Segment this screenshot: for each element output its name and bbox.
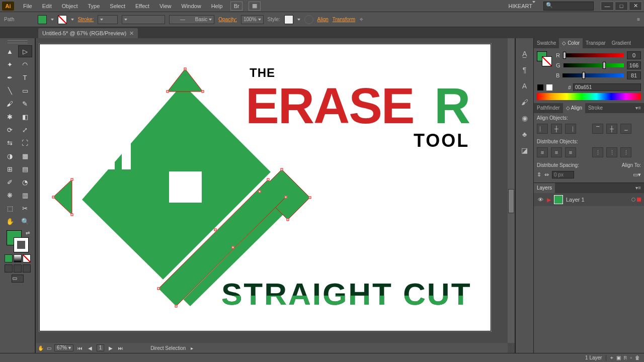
stroke-label[interactable]: Stroke:: [78, 17, 94, 22]
menu-view[interactable]: View: [154, 0, 177, 12]
close-tab-button[interactable]: ✕: [129, 30, 134, 37]
delete-layer-button[interactable]: 🗑: [635, 355, 640, 360]
panel-menu-icon[interactable]: ▾≡: [632, 183, 644, 193]
slice-tool[interactable]: ✂: [18, 202, 32, 214]
width-tool[interactable]: ⇆: [3, 137, 17, 149]
panel-stroke-swatch[interactable]: [542, 56, 552, 66]
swap-fill-stroke-icon[interactable]: ⇄: [26, 230, 30, 236]
selection-tool[interactable]: ▲: [3, 45, 17, 57]
align-top-button[interactable]: ⎺: [592, 124, 603, 134]
new-layer-button[interactable]: ▫: [630, 355, 632, 360]
g-slider[interactable]: [564, 63, 624, 67]
tab-layers[interactable]: Layers: [534, 183, 555, 193]
anchor-point[interactable]: [175, 305, 178, 308]
draw-behind-button[interactable]: [14, 264, 22, 273]
perspective-tool[interactable]: ▦: [18, 150, 32, 162]
type-tool[interactable]: T: [18, 71, 32, 83]
anchor-point[interactable]: [202, 90, 204, 93]
window-close-button[interactable]: ✕: [629, 2, 642, 11]
appearance-panel-icon[interactable]: ◉: [519, 113, 530, 124]
menu-window[interactable]: Window: [177, 0, 206, 12]
none-mode-button[interactable]: [23, 254, 31, 262]
visibility-toggle[interactable]: 👁: [537, 197, 544, 203]
anchor-point[interactable]: [285, 196, 287, 199]
menu-edit[interactable]: Edit: [37, 0, 57, 12]
artboard[interactable]: THE ERASE R TOOL STRAIGHT CUT STRAIGHT C…: [39, 43, 492, 332]
last-artboard-button[interactable]: ⏭: [117, 345, 124, 351]
artboard-number[interactable]: 1: [97, 344, 105, 351]
stroke-color[interactable]: [14, 237, 29, 252]
dist-vcenter-button[interactable]: ≡: [551, 147, 562, 157]
locate-object-button[interactable]: ⌖: [610, 355, 613, 361]
b-slider[interactable]: [562, 73, 624, 77]
window-maximize-button[interactable]: □: [615, 2, 628, 11]
tab-align[interactable]: ◇ Align: [563, 103, 585, 113]
opacity-dropdown[interactable]: 100%: [241, 15, 264, 24]
layer-row[interactable]: 👁 ▶ Layer 1: [534, 193, 644, 206]
anchor-point[interactable]: [309, 197, 311, 199]
anchor-point[interactable]: [71, 214, 73, 216]
transform-link[interactable]: Transform: [333, 17, 355, 22]
spacing-input[interactable]: [552, 171, 574, 178]
hex-input[interactable]: [573, 83, 641, 91]
anchor-point[interactable]: [167, 90, 169, 93]
make-clipping-mask-button[interactable]: ▣: [616, 355, 621, 360]
draw-inside-button[interactable]: [23, 264, 31, 273]
direct-selection-tool[interactable]: ▷: [18, 45, 32, 57]
menu-help[interactable]: Help: [206, 0, 228, 12]
mesh-tool[interactable]: ⊞: [3, 163, 17, 175]
zoom-tool[interactable]: 🔍: [18, 215, 32, 227]
align-hcenter-button[interactable]: ┼: [551, 124, 562, 134]
user-menu[interactable]: HIKEART: [504, 0, 540, 12]
spectrum-bar[interactable]: [537, 93, 641, 100]
brush-definition-dropdown[interactable]: —Basic: [169, 15, 214, 24]
paragraph-panel-icon[interactable]: ¶: [519, 64, 530, 75]
search-input[interactable]: 🔍: [543, 2, 594, 11]
dist-left-button[interactable]: ⋮: [592, 147, 603, 157]
panel-menu-icon[interactable]: ▾≡: [632, 103, 644, 113]
menu-select[interactable]: Select: [105, 0, 130, 12]
arrange-docs-button[interactable]: ▦: [249, 2, 261, 11]
dist-right-button[interactable]: ⋮: [620, 147, 631, 157]
tab-color[interactable]: ◇ Color: [559, 38, 583, 48]
g-value[interactable]: 166: [627, 61, 641, 69]
chevron-down-icon[interactable]: [51, 19, 54, 21]
white-swatch[interactable]: [546, 84, 553, 91]
align-to-dropdown[interactable]: ▭▾: [633, 171, 641, 178]
line-tool[interactable]: ╲: [3, 84, 17, 97]
style-swatch[interactable]: [284, 15, 293, 24]
gradient-mode-button[interactable]: [14, 254, 22, 262]
magic-wand-tool[interactable]: ✦: [3, 58, 17, 70]
canvas-area[interactable]: THE ERASE R TOOL STRAIGHT CUT STRAIGHT C…: [35, 38, 515, 353]
symbols-panel-icon[interactable]: ♣: [519, 129, 530, 140]
anchor-point[interactable]: [259, 191, 261, 193]
isolate-button[interactable]: ✧: [359, 17, 363, 22]
anchor-point[interactable]: [71, 178, 73, 181]
align-link[interactable]: Align: [317, 17, 329, 22]
new-sublayer-button[interactable]: ⎘: [624, 355, 627, 360]
chevron-down-icon[interactable]: [297, 19, 300, 21]
free-transform-tool[interactable]: ⛶: [18, 137, 32, 149]
draw-normal-button[interactable]: [5, 264, 13, 273]
black-swatch[interactable]: [537, 84, 544, 91]
graphic-styles-panel-icon[interactable]: ◪: [519, 145, 530, 156]
lasso-tool[interactable]: ◠: [18, 58, 32, 70]
r-value[interactable]: 0: [627, 51, 641, 59]
tab-gradient[interactable]: Gradient: [609, 38, 634, 48]
anchor-point[interactable]: [287, 219, 289, 221]
next-artboard-button[interactable]: ▶: [107, 345, 114, 351]
anchor-point[interactable]: [157, 288, 160, 290]
rectangle-tool[interactable]: ▭: [18, 84, 32, 97]
dist-bottom-button[interactable]: ≡: [565, 147, 576, 157]
tab-pathfinder[interactable]: Pathfinder: [534, 103, 563, 113]
gradient-tool[interactable]: ▤: [18, 163, 32, 175]
tab-swatches[interactable]: Swatche: [534, 38, 559, 48]
menu-file[interactable]: File: [18, 0, 37, 12]
prev-artboard-button[interactable]: ◀: [87, 345, 94, 351]
controlbar-menu-icon[interactable]: ≡: [637, 17, 640, 22]
recolor-button[interactable]: [304, 15, 313, 24]
stroke-weight-dropdown[interactable]: [98, 15, 118, 24]
blend-tool[interactable]: ◔: [18, 176, 32, 188]
align-left-button[interactable]: ⎸: [537, 124, 548, 134]
b-value[interactable]: 81: [627, 71, 641, 79]
